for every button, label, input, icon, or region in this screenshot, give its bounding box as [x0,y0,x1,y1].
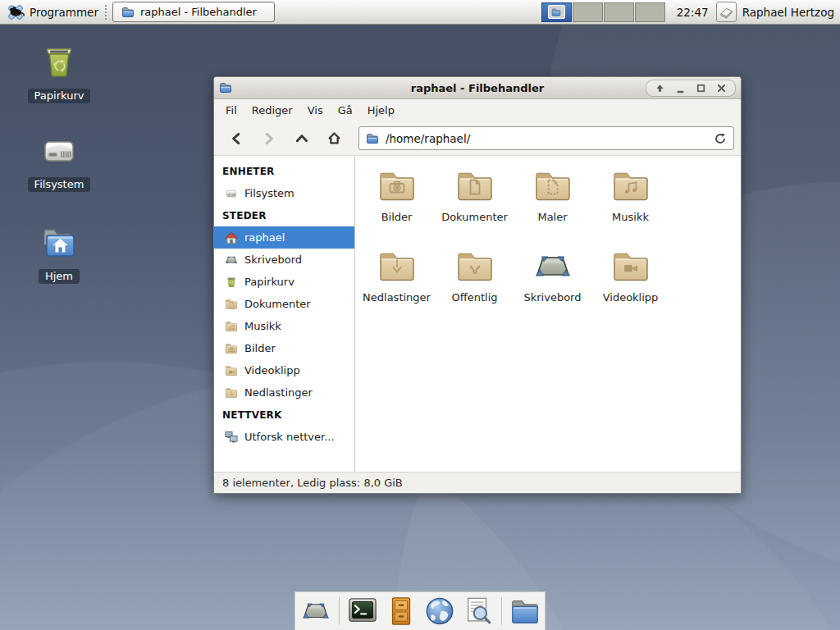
minimize-button[interactable] [674,82,687,94]
up-button[interactable] [286,126,317,152]
folder-launcher[interactable] [509,596,541,627]
show-desktop-button[interactable] [300,596,331,627]
menubar: Fil Rediger Vis Gå Hjelp [214,99,741,121]
sidebar-item-filesystem[interactable]: Filsystem [214,182,354,204]
shade-button[interactable] [654,82,666,94]
sidebar-header-places: STEDER [214,204,354,226]
maximize-icon [695,82,707,94]
applications-menu-button[interactable]: Programmer [0,0,103,24]
sidebar-item-documents[interactable]: Dokumenter [214,293,354,315]
workspace-4[interactable] [635,2,665,22]
folder-icon [509,596,541,627]
titlebar[interactable]: raphael - Filbehandler [214,77,741,99]
workspace-window-thumbnail [548,5,565,19]
search-launcher[interactable] [463,596,494,627]
toolbar: /home/raphael/ [214,121,741,155]
document-search-icon [463,596,494,627]
reload-icon[interactable] [714,132,727,145]
web-browser-icon [424,596,455,627]
statusbar: 8 ielementer, Ledig plass: 8,0 GiB [214,472,741,493]
menu-go[interactable]: Gå [331,101,360,120]
trash-icon [225,276,238,289]
file-item-offentlig[interactable]: Offentlig [436,247,514,304]
menu-view[interactable]: Vis [300,101,331,120]
menu-edit[interactable]: Rediger [244,101,300,120]
home-nav-icon [326,130,342,146]
show-desktop-icon [301,596,331,626]
sidebar-item-trash[interactable]: Papirkurv [214,271,354,293]
folder-download-icon [377,247,417,286]
user-action-button[interactable] [716,2,737,22]
trash-icon [39,43,79,82]
file-item-dokumenter[interactable]: Dokumenter [436,167,514,223]
statusbar-text: 8 ielementer, Ledig plass: 8,0 GiB [222,477,403,489]
eraser-icon [719,4,734,20]
top-panel: Programmer raphael - Filbehandler 22:47 … [0,0,840,25]
menu-file[interactable]: Fil [218,101,244,120]
folder-video-icon [611,247,651,286]
web-browser-launcher[interactable] [424,596,455,627]
desktop-icon-home[interactable]: Hjem [26,223,92,284]
user-actions: Raphael Hertzog [716,2,834,22]
sidebar-item-browse-network[interactable]: Utforsk nettver... [214,426,354,448]
file-item-skrivebord[interactable]: Skrivebord [514,247,591,304]
minimize-icon [674,82,687,94]
folder-downloads-icon [225,386,238,399]
sidebar-item-desktop[interactable]: Skrivebord [214,249,354,271]
close-button[interactable] [715,82,728,94]
file-item-nedlastinger[interactable]: Nedlastinger [358,247,436,304]
folder-documents-icon [225,298,238,311]
folder-document-icon [455,167,495,206]
desktop-icon-trash[interactable]: Papirkurv [26,43,92,103]
file-item-bilder[interactable]: Bilder [358,167,436,223]
file-item-maler[interactable]: Maler [514,167,591,223]
file-cabinet-launcher[interactable] [386,596,417,627]
file-list: Bilder Dokumenter Maler Musikk Nedlastin… [355,156,741,472]
folder-music-icon [611,167,651,206]
sidebar-item-videos[interactable]: Videoklipp [214,359,354,381]
sidebar: ENHETER Filsystem STEDER raphael Skriveb… [214,156,355,472]
terminal-icon [347,596,378,627]
workspace-2[interactable] [573,2,603,22]
folder-camera-icon [377,167,417,206]
desktop-icon-label: Filsystem [28,177,91,192]
menu-help[interactable]: Hjelp [360,101,402,120]
location-bar[interactable]: /home/raphael/ [358,126,734,150]
sidebar-item-music[interactable]: Musikk [214,315,354,337]
taskbar-window-button[interactable]: raphael - Filbehandler [112,2,275,22]
home-icon [225,231,238,244]
location-path[interactable]: /home/raphael/ [386,132,707,145]
home-folder-icon [39,223,79,262]
harddisk-icon [39,131,79,171]
forward-button[interactable] [253,126,284,152]
desktop-icon [533,247,573,286]
up-icon [294,131,309,146]
workspace-1[interactable] [541,2,572,22]
desktop-icon-label: Hjem [39,269,80,284]
folder-window-icon [551,7,561,17]
folder-template-icon [533,167,573,206]
workspace-3[interactable] [604,2,634,22]
sidebar-item-pictures[interactable]: Bilder [214,337,354,359]
file-item-videoklipp[interactable]: Videoklipp [591,247,669,304]
forward-icon [262,131,276,146]
desktop-icon-filesystem[interactable]: Filsystem [26,131,92,192]
desktop-icon [225,253,238,267]
dock [294,591,546,630]
clock[interactable]: 22:47 [677,6,709,19]
workspace-pager [541,2,665,22]
file-cabinet-icon [386,596,417,627]
home-button[interactable] [319,126,349,152]
close-icon [715,82,728,94]
sidebar-item-raphael[interactable]: raphael [214,226,354,249]
back-icon [229,131,244,146]
terminal-launcher[interactable] [347,596,378,627]
panel-grip [105,5,108,20]
sidebar-item-downloads[interactable]: Nedlastinger [214,381,354,404]
folder-share-icon [455,247,495,286]
file-item-musikk[interactable]: Musikk [591,167,669,223]
folder-window-icon [121,6,135,19]
maximize-button[interactable] [695,82,707,94]
back-button[interactable] [221,126,251,152]
sidebar-header-devices: ENHETER [214,160,354,182]
